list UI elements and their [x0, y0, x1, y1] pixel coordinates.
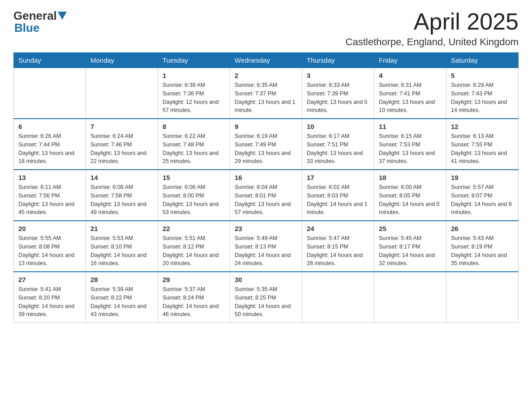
day-number: 6: [18, 123, 81, 130]
day-number: 19: [451, 174, 514, 181]
calendar-day-cell: 21Sunrise: 5:53 AMSunset: 8:10 PMDayligh…: [86, 221, 158, 272]
day-info: Sunrise: 6:17 AMSunset: 7:51 PMDaylight:…: [307, 132, 369, 166]
day-info: Sunrise: 5:35 AMSunset: 8:25 PMDaylight:…: [235, 285, 297, 319]
day-info: Sunrise: 6:29 AMSunset: 7:43 PMDaylight:…: [451, 81, 514, 115]
calendar-week-row: 13Sunrise: 6:11 AMSunset: 7:56 PMDayligh…: [14, 170, 519, 221]
calendar-day-cell: 15Sunrise: 6:06 AMSunset: 8:00 PMDayligh…: [158, 170, 230, 221]
day-number: 14: [90, 174, 153, 181]
column-header-sunday: Sunday: [14, 53, 86, 68]
day-info: Sunrise: 6:00 AMSunset: 8:05 PMDaylight:…: [379, 183, 442, 217]
day-info: Sunrise: 5:41 AMSunset: 8:20 PMDaylight:…: [18, 285, 81, 319]
day-number: 10: [307, 123, 369, 130]
calendar-week-row: 27Sunrise: 5:41 AMSunset: 8:20 PMDayligh…: [14, 272, 519, 323]
column-header-saturday: Saturday: [446, 53, 519, 68]
calendar-day-cell: 12Sunrise: 6:13 AMSunset: 7:55 PMDayligh…: [446, 119, 519, 170]
column-header-wednesday: Wednesday: [230, 53, 302, 68]
day-info: Sunrise: 5:47 AMSunset: 8:15 PMDaylight:…: [307, 234, 369, 268]
calendar-day-cell: 6Sunrise: 6:26 AMSunset: 7:44 PMDaylight…: [14, 119, 86, 170]
column-header-friday: Friday: [374, 53, 446, 68]
day-number: 15: [163, 174, 225, 181]
day-number: 30: [235, 276, 297, 283]
day-number: 28: [90, 276, 153, 283]
calendar-day-cell: 18Sunrise: 6:00 AMSunset: 8:05 PMDayligh…: [374, 170, 446, 221]
calendar-day-cell: [374, 272, 446, 323]
calendar-day-cell: 16Sunrise: 6:04 AMSunset: 8:01 PMDayligh…: [230, 170, 302, 221]
calendar-week-row: 6Sunrise: 6:26 AMSunset: 7:44 PMDaylight…: [14, 119, 519, 170]
day-number: 11: [379, 123, 442, 130]
day-number: 23: [235, 225, 297, 232]
day-number: 21: [90, 225, 153, 232]
calendar-day-cell: 22Sunrise: 5:51 AMSunset: 8:12 PMDayligh…: [158, 221, 230, 272]
day-info: Sunrise: 5:45 AMSunset: 8:17 PMDaylight:…: [379, 234, 442, 268]
day-info: Sunrise: 5:49 AMSunset: 8:13 PMDaylight:…: [235, 234, 297, 268]
day-info: Sunrise: 6:02 AMSunset: 8:03 PMDaylight:…: [307, 183, 369, 217]
day-info: Sunrise: 5:37 AMSunset: 8:24 PMDaylight:…: [163, 285, 225, 319]
calendar-day-cell: 4Sunrise: 6:31 AMSunset: 7:41 PMDaylight…: [374, 68, 446, 119]
calendar-day-cell: 14Sunrise: 6:08 AMSunset: 7:58 PMDayligh…: [86, 170, 158, 221]
day-number: 9: [235, 123, 297, 130]
day-info: Sunrise: 6:06 AMSunset: 8:00 PMDaylight:…: [163, 183, 225, 217]
day-number: 16: [235, 174, 297, 181]
calendar-day-cell: 28Sunrise: 5:39 AMSunset: 8:22 PMDayligh…: [86, 272, 158, 323]
calendar-day-cell: 8Sunrise: 6:22 AMSunset: 7:48 PMDaylight…: [158, 119, 230, 170]
calendar-day-cell: [14, 68, 86, 119]
day-number: 24: [307, 225, 369, 232]
day-number: 27: [18, 276, 81, 283]
calendar-day-cell: 20Sunrise: 5:55 AMSunset: 8:08 PMDayligh…: [14, 221, 86, 272]
calendar-day-cell: 29Sunrise: 5:37 AMSunset: 8:24 PMDayligh…: [158, 272, 230, 323]
day-number: 20: [18, 225, 81, 232]
calendar-week-row: 20Sunrise: 5:55 AMSunset: 8:08 PMDayligh…: [14, 221, 519, 272]
day-info: Sunrise: 6:38 AMSunset: 7:36 PMDaylight:…: [163, 81, 225, 115]
day-number: 4: [379, 72, 442, 79]
day-info: Sunrise: 6:04 AMSunset: 8:01 PMDaylight:…: [235, 183, 297, 217]
day-number: 26: [451, 225, 514, 232]
column-header-monday: Monday: [86, 53, 158, 68]
day-number: 22: [163, 225, 225, 232]
day-number: 1: [163, 72, 225, 79]
day-info: Sunrise: 6:33 AMSunset: 7:39 PMDaylight:…: [307, 81, 369, 115]
day-number: 12: [451, 123, 514, 130]
calendar-day-cell: 23Sunrise: 5:49 AMSunset: 8:13 PMDayligh…: [230, 221, 302, 272]
page-header: General Blue April 2025 Castlethorpe, En…: [13, 9, 519, 48]
day-number: 2: [235, 72, 297, 79]
day-info: Sunrise: 5:43 AMSunset: 8:19 PMDaylight:…: [451, 234, 514, 268]
calendar-day-cell: 25Sunrise: 5:45 AMSunset: 8:17 PMDayligh…: [374, 221, 446, 272]
day-info: Sunrise: 6:26 AMSunset: 7:44 PMDaylight:…: [18, 132, 81, 166]
day-info: Sunrise: 6:15 AMSunset: 7:53 PMDaylight:…: [379, 132, 442, 166]
day-number: 29: [163, 276, 225, 283]
location-title: Castlethorpe, England, United Kingdom: [346, 36, 519, 48]
day-info: Sunrise: 5:53 AMSunset: 8:10 PMDaylight:…: [90, 234, 153, 268]
day-info: Sunrise: 6:19 AMSunset: 7:49 PMDaylight:…: [235, 132, 297, 166]
day-info: Sunrise: 5:39 AMSunset: 8:22 PMDaylight:…: [90, 285, 153, 319]
calendar-week-row: 1Sunrise: 6:38 AMSunset: 7:36 PMDaylight…: [14, 68, 519, 119]
calendar-header-row: SundayMondayTuesdayWednesdayThursdayFrid…: [14, 53, 519, 68]
calendar-day-cell: [446, 272, 519, 323]
calendar-day-cell: 11Sunrise: 6:15 AMSunset: 7:53 PMDayligh…: [374, 119, 446, 170]
day-number: 13: [18, 174, 81, 181]
month-title: April 2025: [346, 9, 519, 34]
calendar-day-cell: 13Sunrise: 6:11 AMSunset: 7:56 PMDayligh…: [14, 170, 86, 221]
day-info: Sunrise: 6:31 AMSunset: 7:41 PMDaylight:…: [379, 81, 442, 115]
day-number: 7: [90, 123, 153, 130]
day-info: Sunrise: 6:24 AMSunset: 7:46 PMDaylight:…: [90, 132, 153, 166]
day-info: Sunrise: 5:51 AMSunset: 8:12 PMDaylight:…: [163, 234, 225, 268]
calendar-day-cell: 17Sunrise: 6:02 AMSunset: 8:03 PMDayligh…: [302, 170, 374, 221]
calendar-day-cell: 7Sunrise: 6:24 AMSunset: 7:46 PMDaylight…: [86, 119, 158, 170]
calendar-day-cell: [302, 272, 374, 323]
logo-triangle-icon: [58, 12, 67, 20]
day-info: Sunrise: 5:55 AMSunset: 8:08 PMDaylight:…: [18, 234, 81, 268]
calendar-day-cell: 5Sunrise: 6:29 AMSunset: 7:43 PMDaylight…: [446, 68, 519, 119]
day-number: 17: [307, 174, 369, 181]
calendar-day-cell: [86, 68, 158, 119]
calendar-day-cell: 19Sunrise: 5:57 AMSunset: 8:07 PMDayligh…: [446, 170, 519, 221]
calendar-day-cell: 2Sunrise: 6:35 AMSunset: 7:37 PMDaylight…: [230, 68, 302, 119]
day-number: 5: [451, 72, 514, 79]
day-info: Sunrise: 6:22 AMSunset: 7:48 PMDaylight:…: [163, 132, 225, 166]
calendar-day-cell: 3Sunrise: 6:33 AMSunset: 7:39 PMDaylight…: [302, 68, 374, 119]
day-info: Sunrise: 6:13 AMSunset: 7:55 PMDaylight:…: [451, 132, 514, 166]
day-info: Sunrise: 5:57 AMSunset: 8:07 PMDaylight:…: [451, 183, 514, 217]
day-info: Sunrise: 6:35 AMSunset: 7:37 PMDaylight:…: [235, 81, 297, 115]
day-info: Sunrise: 6:11 AMSunset: 7:56 PMDaylight:…: [18, 183, 81, 217]
calendar-table: SundayMondayTuesdayWednesdayThursdayFrid…: [13, 52, 519, 323]
day-number: 25: [379, 225, 442, 232]
